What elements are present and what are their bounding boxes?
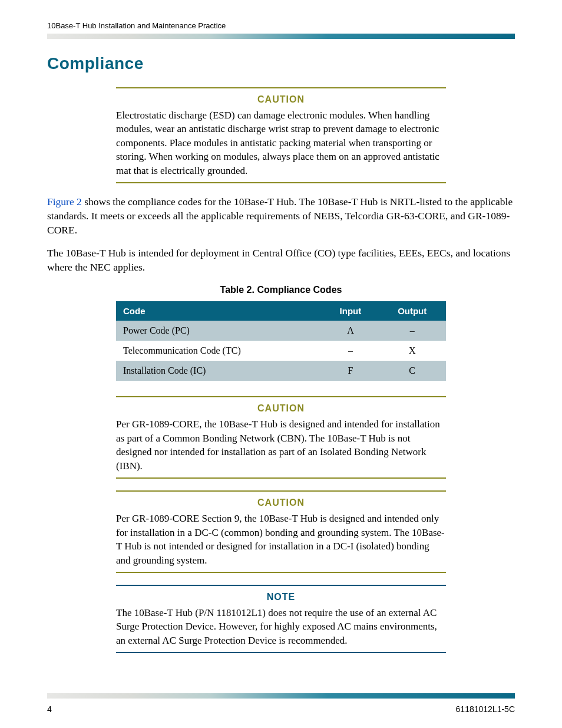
table-cell-code: Installation Code (IC) bbox=[116, 361, 322, 381]
page-number: 4 bbox=[47, 704, 52, 714]
note-label: NOTE bbox=[116, 592, 446, 602]
caution-box-cbn: CAUTION Per GR-1089-CORE, the 10Base-T H… bbox=[116, 396, 446, 479]
table-cell-output: – bbox=[378, 321, 446, 341]
footer: 4 61181012L1-5C bbox=[47, 704, 515, 714]
caution-body: Electrostatic discharge (ESD) can damage… bbox=[116, 108, 446, 177]
caution-box-esd: CAUTION Electrostatic discharge (ESD) ca… bbox=[116, 87, 446, 183]
figure-reference-link[interactable]: Figure 2 bbox=[47, 196, 82, 207]
table-row: Telecommunication Code (TC) – X bbox=[116, 341, 446, 361]
table-cell-input: F bbox=[322, 361, 378, 381]
table-cell-code: Power Code (PC) bbox=[116, 321, 322, 341]
header-rule bbox=[47, 34, 515, 39]
table-cell-input: A bbox=[322, 321, 378, 341]
caution-body: Per GR-1089-CORE Section 9, the 10Base-T… bbox=[116, 512, 446, 567]
compliance-codes-table: Code Input Output Power Code (PC) A – Te… bbox=[116, 301, 446, 381]
note-body: The 10Base-T Hub (P/N 1181012L1) does no… bbox=[116, 606, 446, 647]
table-header-input: Input bbox=[322, 301, 378, 321]
footer-rule bbox=[47, 693, 515, 699]
note-box-surge: NOTE The 10Base-T Hub (P/N 1181012L1) do… bbox=[116, 585, 446, 653]
paragraph-deployment: The 10Base-T Hub is intended for deploym… bbox=[47, 246, 515, 274]
table-cell-code: Telecommunication Code (TC) bbox=[116, 341, 322, 361]
caution-label: CAUTION bbox=[116, 403, 446, 414]
table-row: Installation Code (IC) F C bbox=[116, 361, 446, 381]
table-header-row: Code Input Output bbox=[116, 301, 446, 321]
table-cell-input: – bbox=[322, 341, 378, 361]
table-row: Power Code (PC) A – bbox=[116, 321, 446, 341]
table-header-output: Output bbox=[378, 301, 446, 321]
running-header: 10Base-T Hub Installation and Maintenanc… bbox=[47, 21, 515, 30]
paragraph-text: shows the compliance codes for the 10Bas… bbox=[47, 196, 513, 235]
table-header-code: Code bbox=[116, 301, 322, 321]
table-cell-output: X bbox=[378, 341, 446, 361]
caution-label: CAUTION bbox=[116, 94, 446, 105]
section-title: Compliance bbox=[47, 54, 515, 73]
table-cell-output: C bbox=[378, 361, 446, 381]
caution-body: Per GR-1089-CORE, the 10Base-T Hub is de… bbox=[116, 417, 446, 473]
table-title: Table 2. Compliance Codes bbox=[116, 285, 446, 295]
compliance-table-wrap: Table 2. Compliance Codes Code Input Out… bbox=[116, 285, 446, 381]
document-number: 61181012L1-5C bbox=[456, 704, 515, 714]
paragraph-compliance-intro: Figure 2 shows the compliance codes for … bbox=[47, 195, 515, 237]
caution-label: CAUTION bbox=[116, 498, 446, 508]
caution-box-dcc: CAUTION Per GR-1089-CORE Section 9, the … bbox=[116, 490, 446, 573]
